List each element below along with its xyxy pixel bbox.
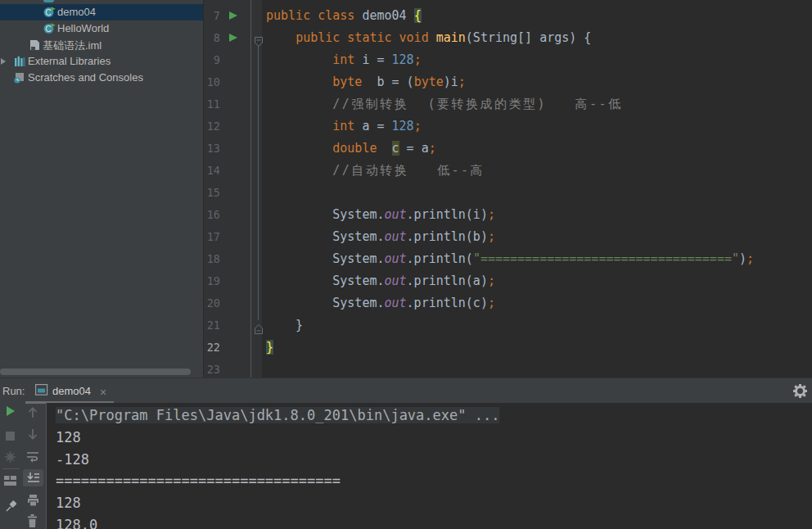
class-icon — [43, 0, 54, 2]
code-editor[interactable]: 7public class demo04 {8 public static vo… — [204, 0, 812, 378]
editor-line-9: 9 int i = 128; — [204, 49, 812, 71]
run-line-icon[interactable] — [229, 11, 237, 20]
line-number: 18 — [204, 248, 220, 270]
pin-tab-button[interactable] — [5, 500, 17, 516]
editor-line-20: 20 System.out.println(c); — [204, 292, 812, 314]
code-text: double c = a; — [266, 138, 436, 160]
tree-item-label: demo04 — [57, 6, 96, 18]
restore-layout-button[interactable] — [4, 475, 16, 490]
line-number: 19 — [204, 270, 220, 292]
chevron-right-icon[interactable] — [1, 58, 6, 65]
line-number: 8 — [204, 27, 220, 49]
line-number: 7 — [204, 5, 220, 27]
console-output[interactable]: "C:\Program Files\Java\jdk1.8.0_201\bin\… — [47, 403, 812, 529]
svg-text:C: C — [45, 7, 52, 17]
module-file-icon — [29, 39, 40, 53]
line-number: 11 — [204, 93, 220, 115]
run-header: Run: demo04 × — [0, 378, 812, 403]
editor-line-13: 13 double c = a; — [204, 138, 812, 160]
tree-item-label: Scratches and Consoles — [28, 71, 143, 84]
editor-line-12: 12 int a = 128; — [204, 115, 812, 138]
code-text: byte b = (byte)i; — [266, 71, 466, 93]
rerun-button[interactable] — [5, 405, 16, 420]
code-text: int a = 128; — [266, 115, 422, 138]
gear-icon[interactable] — [793, 384, 807, 398]
editor-line-19: 19 System.out.println(a); — [204, 270, 812, 292]
console-command-line: "C:\Program Files\Java\jdk1.8.0_201\bin\… — [56, 405, 812, 427]
editor-line-23: 23 — [204, 359, 812, 378]
code-text: System.out.println(a); — [266, 270, 495, 292]
editor-line-11: 11 //强制转换 (要转换成的类型) 高--低 — [204, 93, 812, 115]
clear-all-button[interactable] — [27, 514, 38, 529]
line-number: 23 — [204, 359, 220, 378]
editor-line-14: 14 //自动转换 低--高 — [204, 160, 812, 182]
code-text: System.out.println(b); — [266, 226, 495, 248]
soft-wrap-button[interactable] — [26, 451, 39, 466]
line-number: 20 — [204, 292, 220, 314]
console-line: -128 — [56, 449, 812, 471]
svg-text:C: C — [45, 24, 52, 34]
line-number: 15 — [204, 182, 220, 204]
scratches-icon — [14, 72, 25, 86]
editor-line-10: 10 byte b = (byte)i; — [204, 71, 812, 93]
code-text: public static void main(String[] args) { — [266, 27, 591, 49]
tree-item-label: HelloWorld — [57, 22, 109, 34]
up-stack-button[interactable] — [27, 406, 38, 422]
scroll-to-end-button[interactable] — [27, 472, 39, 487]
line-number: 17 — [204, 226, 220, 248]
line-number: 12 — [204, 115, 220, 138]
code-text: //强制转换 (要转换成的类型) 高--低 — [266, 93, 623, 115]
line-number: 13 — [204, 138, 220, 160]
code-text: //自动转换 低--高 — [266, 160, 485, 182]
close-icon[interactable]: × — [100, 387, 106, 397]
tree-item-demo04[interactable]: Cdemo04 — [0, 4, 203, 20]
editor-line-21: 21 } — [204, 314, 812, 337]
rerun-failed-icon[interactable] — [4, 450, 16, 466]
line-number: 21 — [204, 314, 220, 337]
horizontal-scrollbar-thumb[interactable] — [0, 368, 191, 375]
console-line: 128 — [56, 492, 812, 514]
tree-item--iml[interactable]: 基础语法.iml — [0, 37, 203, 53]
console-line: 128.0 — [56, 514, 812, 529]
run-label: Run: — [2, 385, 25, 397]
editor-line-7: 7public class demo04 { — [204, 5, 812, 27]
code-text: } — [266, 337, 273, 359]
editor-line-22: 22} — [204, 337, 812, 359]
editor-line-16: 16 System.out.println(i); — [204, 204, 812, 226]
editor-line-17: 17 System.out.println(b); — [204, 226, 812, 248]
code-text: public class demo04 { — [266, 5, 422, 27]
console-tab-icon — [35, 384, 48, 396]
class-icon: C — [43, 23, 56, 37]
line-number: 22 — [204, 337, 220, 359]
class-icon: C — [43, 7, 56, 20]
run-tool-window: Run: demo04 × — [0, 378, 812, 529]
editor-line-18: 18 System.out.println("=================… — [204, 248, 812, 270]
code-text: System.out.println(c); — [266, 292, 495, 314]
run-line-icon[interactable] — [229, 34, 237, 42]
tree-item-scratches-and-consoles[interactable]: Scratches and Consoles — [0, 70, 203, 86]
code-text: System.out.println("====================… — [266, 248, 754, 270]
toolbar-group-separator — [2, 468, 20, 469]
line-number: 9 — [204, 49, 220, 71]
run-body: "C:\Program Files\Java\jdk1.8.0_201\bin\… — [0, 403, 812, 529]
console-line: 128 — [56, 427, 812, 449]
code-text: int i = 128; — [266, 49, 422, 71]
tree-item-label: External Libraries — [28, 55, 111, 67]
tree-item-helloworld[interactable]: CHelloWorld — [0, 20, 203, 37]
tree-item-external-libraries[interactable]: External Libraries — [0, 53, 203, 70]
print-button[interactable] — [27, 495, 39, 509]
project-panel: Cdemo04CHelloWorld基础语法.imlExternal Libra… — [0, 0, 203, 378]
console-line: ================================== — [56, 470, 812, 492]
line-number: 16 — [204, 204, 220, 226]
code-text: System.out.println(i); — [266, 204, 495, 226]
editor-line-8: 8 public static void main(String[] args)… — [204, 27, 812, 49]
tree-item-label: 基础语法.iml — [43, 38, 102, 53]
editor-line-15: 15 — [204, 182, 812, 204]
run-tab-title: demo04 — [52, 385, 91, 397]
line-number: 10 — [204, 71, 220, 93]
code-text: } — [266, 314, 303, 337]
stop-button[interactable] — [5, 430, 16, 445]
line-number: 14 — [204, 160, 220, 182]
library-icon — [14, 56, 25, 70]
down-stack-button[interactable] — [27, 428, 38, 444]
